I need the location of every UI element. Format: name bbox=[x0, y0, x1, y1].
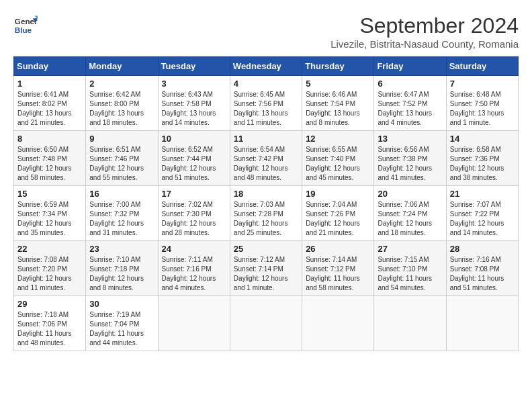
calendar-cell: 21Sunrise: 7:07 AMSunset: 7:22 PMDayligh… bbox=[446, 186, 518, 241]
day-number: 30 bbox=[89, 299, 154, 309]
calendar-cell: 27Sunrise: 7:15 AMSunset: 7:10 PMDayligh… bbox=[374, 241, 446, 296]
day-number: 8 bbox=[17, 134, 82, 144]
calendar-day-header: Monday bbox=[86, 57, 158, 76]
day-info: Sunrise: 7:06 AMSunset: 7:24 PMDaylight:… bbox=[378, 200, 442, 238]
day-info: Sunrise: 6:50 AMSunset: 7:48 PMDaylight:… bbox=[17, 145, 82, 183]
day-info: Sunrise: 7:16 AMSunset: 7:08 PMDaylight:… bbox=[450, 255, 515, 293]
day-number: 17 bbox=[162, 189, 226, 199]
day-info: Sunrise: 7:15 AMSunset: 7:10 PMDaylight:… bbox=[378, 255, 442, 293]
calendar-cell: 29Sunrise: 7:18 AMSunset: 7:06 PMDayligh… bbox=[14, 296, 86, 351]
calendar-day-header: Tuesday bbox=[158, 57, 230, 76]
calendar-cell bbox=[230, 296, 302, 351]
calendar-cell bbox=[158, 296, 230, 351]
calendar-cell bbox=[446, 296, 518, 351]
calendar-cell: 7Sunrise: 6:48 AMSunset: 7:50 PMDaylight… bbox=[446, 76, 518, 131]
calendar-cell: 1Sunrise: 6:41 AMSunset: 8:02 PMDaylight… bbox=[14, 76, 86, 131]
calendar-day-header: Friday bbox=[374, 57, 446, 76]
day-number: 5 bbox=[306, 79, 370, 89]
calendar-cell: 30Sunrise: 7:19 AMSunset: 7:04 PMDayligh… bbox=[86, 296, 158, 351]
day-number: 16 bbox=[89, 189, 154, 199]
day-number: 4 bbox=[234, 79, 298, 89]
calendar-day-header: Saturday bbox=[446, 57, 518, 76]
day-number: 27 bbox=[378, 244, 442, 254]
day-info: Sunrise: 7:03 AMSunset: 7:28 PMDaylight:… bbox=[234, 200, 298, 238]
day-info: Sunrise: 6:48 AMSunset: 7:50 PMDaylight:… bbox=[450, 90, 515, 128]
calendar-header-row: SundayMondayTuesdayWednesdayThursdayFrid… bbox=[14, 57, 519, 76]
day-info: Sunrise: 6:59 AMSunset: 7:34 PMDaylight:… bbox=[17, 200, 82, 238]
calendar-cell: 17Sunrise: 7:02 AMSunset: 7:30 PMDayligh… bbox=[158, 186, 230, 241]
day-info: Sunrise: 6:47 AMSunset: 7:52 PMDaylight:… bbox=[378, 90, 442, 128]
day-number: 28 bbox=[450, 244, 515, 254]
calendar-cell: 16Sunrise: 7:00 AMSunset: 7:32 PMDayligh… bbox=[86, 186, 158, 241]
calendar-cell: 4Sunrise: 6:45 AMSunset: 7:56 PMDaylight… bbox=[230, 76, 302, 131]
calendar-cell: 12Sunrise: 6:55 AMSunset: 7:40 PMDayligh… bbox=[302, 131, 374, 186]
logo-icon: General Blue bbox=[13, 13, 38, 38]
day-info: Sunrise: 6:51 AMSunset: 7:46 PMDaylight:… bbox=[89, 145, 154, 183]
day-info: Sunrise: 7:08 AMSunset: 7:20 PMDaylight:… bbox=[17, 255, 82, 293]
calendar-cell: 20Sunrise: 7:06 AMSunset: 7:24 PMDayligh… bbox=[374, 186, 446, 241]
calendar-week-row: 8Sunrise: 6:50 AMSunset: 7:48 PMDaylight… bbox=[14, 131, 519, 186]
page-header: General Blue September 2024 Livezile, Bi… bbox=[13, 13, 519, 50]
calendar-table: SundayMondayTuesdayWednesdayThursdayFrid… bbox=[13, 56, 519, 351]
day-info: Sunrise: 7:02 AMSunset: 7:30 PMDaylight:… bbox=[162, 200, 226, 238]
day-number: 3 bbox=[162, 79, 226, 89]
calendar-cell: 8Sunrise: 6:50 AMSunset: 7:48 PMDaylight… bbox=[14, 131, 86, 186]
calendar-cell: 19Sunrise: 7:04 AMSunset: 7:26 PMDayligh… bbox=[302, 186, 374, 241]
calendar-cell: 18Sunrise: 7:03 AMSunset: 7:28 PMDayligh… bbox=[230, 186, 302, 241]
day-number: 22 bbox=[17, 244, 82, 254]
day-info: Sunrise: 6:46 AMSunset: 7:54 PMDaylight:… bbox=[306, 90, 370, 128]
day-number: 20 bbox=[378, 189, 442, 199]
day-info: Sunrise: 6:45 AMSunset: 7:56 PMDaylight:… bbox=[234, 90, 298, 128]
day-number: 7 bbox=[450, 79, 515, 89]
day-info: Sunrise: 7:18 AMSunset: 7:06 PMDaylight:… bbox=[17, 310, 82, 348]
calendar-cell bbox=[302, 296, 374, 351]
location-subtitle: Livezile, Bistrita-Nasaud County, Romani… bbox=[330, 38, 519, 50]
day-number: 24 bbox=[162, 244, 226, 254]
day-info: Sunrise: 6:52 AMSunset: 7:44 PMDaylight:… bbox=[162, 145, 226, 183]
calendar-cell: 25Sunrise: 7:12 AMSunset: 7:14 PMDayligh… bbox=[230, 241, 302, 296]
day-number: 10 bbox=[162, 134, 226, 144]
calendar-cell: 10Sunrise: 6:52 AMSunset: 7:44 PMDayligh… bbox=[158, 131, 230, 186]
month-title: September 2024 bbox=[330, 13, 519, 38]
day-number: 15 bbox=[17, 189, 82, 199]
day-info: Sunrise: 6:43 AMSunset: 7:58 PMDaylight:… bbox=[162, 90, 226, 128]
calendar-cell: 6Sunrise: 6:47 AMSunset: 7:52 PMDaylight… bbox=[374, 76, 446, 131]
calendar-day-header: Wednesday bbox=[230, 57, 302, 76]
day-info: Sunrise: 6:42 AMSunset: 8:00 PMDaylight:… bbox=[89, 90, 154, 128]
day-info: Sunrise: 7:00 AMSunset: 7:32 PMDaylight:… bbox=[89, 200, 154, 238]
title-area: September 2024 Livezile, Bistrita-Nasaud… bbox=[330, 13, 519, 50]
day-number: 13 bbox=[378, 134, 442, 144]
calendar-cell: 3Sunrise: 6:43 AMSunset: 7:58 PMDaylight… bbox=[158, 76, 230, 131]
day-number: 1 bbox=[17, 79, 82, 89]
day-info: Sunrise: 7:04 AMSunset: 7:26 PMDaylight:… bbox=[306, 200, 370, 238]
day-info: Sunrise: 7:12 AMSunset: 7:14 PMDaylight:… bbox=[234, 255, 298, 293]
calendar-cell: 26Sunrise: 7:14 AMSunset: 7:12 PMDayligh… bbox=[302, 241, 374, 296]
calendar-cell: 23Sunrise: 7:10 AMSunset: 7:18 PMDayligh… bbox=[86, 241, 158, 296]
day-info: Sunrise: 6:54 AMSunset: 7:42 PMDaylight:… bbox=[234, 145, 298, 183]
day-number: 9 bbox=[89, 134, 154, 144]
day-info: Sunrise: 7:10 AMSunset: 7:18 PMDaylight:… bbox=[89, 255, 154, 293]
calendar-cell: 5Sunrise: 6:46 AMSunset: 7:54 PMDaylight… bbox=[302, 76, 374, 131]
calendar-day-header: Thursday bbox=[302, 57, 374, 76]
calendar-week-row: 22Sunrise: 7:08 AMSunset: 7:20 PMDayligh… bbox=[14, 241, 519, 296]
day-info: Sunrise: 6:41 AMSunset: 8:02 PMDaylight:… bbox=[17, 90, 82, 128]
calendar-cell: 11Sunrise: 6:54 AMSunset: 7:42 PMDayligh… bbox=[230, 131, 302, 186]
calendar-cell: 28Sunrise: 7:16 AMSunset: 7:08 PMDayligh… bbox=[446, 241, 518, 296]
day-info: Sunrise: 7:11 AMSunset: 7:16 PMDaylight:… bbox=[162, 255, 226, 293]
day-info: Sunrise: 6:58 AMSunset: 7:36 PMDaylight:… bbox=[450, 145, 515, 183]
day-info: Sunrise: 7:14 AMSunset: 7:12 PMDaylight:… bbox=[306, 255, 370, 293]
day-number: 25 bbox=[234, 244, 298, 254]
day-number: 23 bbox=[89, 244, 154, 254]
day-number: 2 bbox=[89, 79, 154, 89]
calendar-cell: 13Sunrise: 6:56 AMSunset: 7:38 PMDayligh… bbox=[374, 131, 446, 186]
day-number: 11 bbox=[234, 134, 298, 144]
svg-text:General: General bbox=[15, 17, 38, 26]
day-info: Sunrise: 6:56 AMSunset: 7:38 PMDaylight:… bbox=[378, 145, 442, 183]
day-number: 26 bbox=[306, 244, 370, 254]
day-info: Sunrise: 7:07 AMSunset: 7:22 PMDaylight:… bbox=[450, 200, 515, 238]
day-info: Sunrise: 7:19 AMSunset: 7:04 PMDaylight:… bbox=[89, 310, 154, 348]
calendar-cell: 24Sunrise: 7:11 AMSunset: 7:16 PMDayligh… bbox=[158, 241, 230, 296]
day-number: 18 bbox=[234, 189, 298, 199]
day-info: Sunrise: 6:55 AMSunset: 7:40 PMDaylight:… bbox=[306, 145, 370, 183]
calendar-day-header: Sunday bbox=[14, 57, 86, 76]
